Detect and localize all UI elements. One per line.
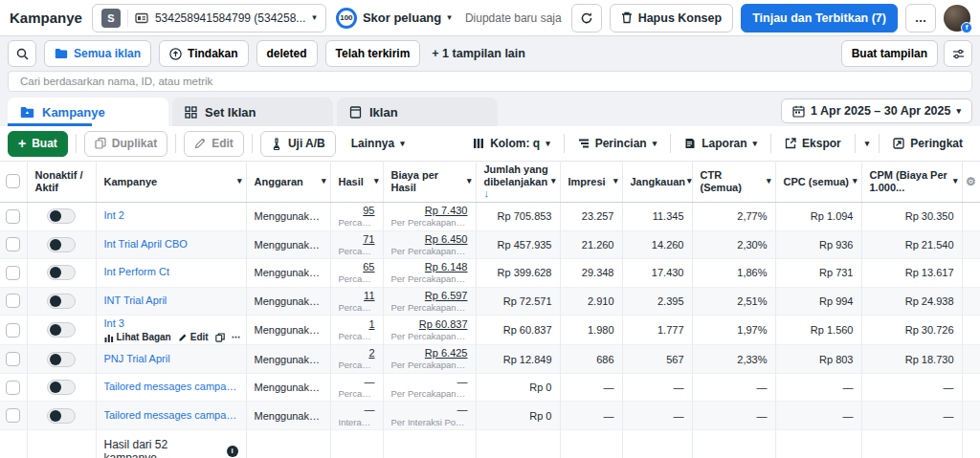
table-row: Int 2Menggunakan an...95Percakapan ...Rp…: [0, 202, 980, 230]
edit-row-button[interactable]: Edit: [178, 332, 209, 342]
cost-per-result-value[interactable]: Rp 60.837: [391, 318, 468, 331]
caret-down-icon[interactable]: ▾: [767, 177, 771, 185]
budget-value: Menggunakan an...: [255, 267, 323, 278]
review-publish-button[interactable]: Tinjau dan Terbitkan (7): [741, 4, 898, 33]
campaign-link[interactable]: Int Trial April CBO: [104, 238, 188, 250]
discard-draft-button[interactable]: Hapus Konsep: [610, 4, 734, 33]
row-checkbox[interactable]: [6, 323, 20, 338]
cost-per-result-value[interactable]: Rp 6.148: [391, 261, 468, 273]
result-value[interactable]: 65: [339, 261, 375, 273]
caret-down-icon[interactable]: ▾: [322, 177, 326, 185]
result-value[interactable]: 11: [339, 290, 375, 302]
column-header-budget[interactable]: Anggaran▾: [246, 162, 330, 203]
filter-all-ads[interactable]: Semua iklan: [44, 40, 151, 67]
row-checkbox[interactable]: [6, 209, 20, 224]
duplicate-button[interactable]: Duplikat: [84, 131, 167, 157]
campaign-link[interactable]: Tailored messages campaign 04/0...: [104, 409, 238, 421]
row-checkbox[interactable]: [6, 352, 20, 366]
filter-chip-telah-terkirim[interactable]: Telah terkirim: [325, 40, 421, 67]
breakdown-button[interactable]: Perincian ▾: [568, 131, 667, 157]
columns-button[interactable]: Kolom: q ▾: [463, 131, 560, 157]
row-checkbox[interactable]: [6, 237, 20, 251]
result-value[interactable]: 71: [339, 233, 375, 246]
caret-down-icon[interactable]: ▾: [687, 177, 692, 185]
profile-avatar[interactable]: f: [944, 5, 970, 32]
campaign-link[interactable]: Int 2: [104, 209, 124, 221]
caret-down-icon[interactable]: ▾: [613, 177, 618, 185]
gear-icon[interactable]: ⚙: [966, 175, 976, 188]
campaign-toggle[interactable]: [47, 208, 76, 224]
row-checkbox[interactable]: [6, 408, 20, 423]
create-button[interactable]: + Buat: [8, 131, 68, 157]
edit-button[interactable]: Edit: [184, 131, 244, 157]
row-checkbox[interactable]: [6, 294, 20, 308]
date-range-button[interactable]: 1 Apr 2025 – 30 Apr 2025 ▾: [781, 98, 972, 123]
column-header-cost[interactable]: Biaya per Hasil▾: [383, 162, 476, 203]
tab-set-iklan[interactable]: Set Iklan: [172, 98, 333, 126]
export-options-button[interactable]: ▾: [859, 131, 876, 157]
more-options-button[interactable]: …: [905, 4, 936, 33]
cost-per-result-type: Per Percakapan Pesa...: [391, 302, 468, 313]
campaign-link[interactable]: Int Perform Ct: [104, 266, 169, 277]
select-all-checkbox[interactable]: [6, 174, 20, 188]
caret-down-icon[interactable]: ▾: [374, 177, 379, 185]
cost-per-result-value[interactable]: Rp 6.597: [391, 290, 468, 302]
campaign-link[interactable]: Tailored messages campaign 08/0...: [104, 381, 238, 392]
column-header-impressions[interactable]: Impresi▾: [560, 162, 622, 203]
campaign-link[interactable]: INT Trial April: [104, 294, 167, 306]
column-header-name[interactable]: Kampanye▾: [96, 162, 246, 203]
campaign-toggle[interactable]: [47, 294, 76, 309]
divider: [855, 134, 856, 153]
rank-button[interactable]: Peringkat: [883, 131, 972, 157]
column-header-result[interactable]: Hasil▾: [330, 162, 383, 203]
copy-icon: [95, 138, 106, 149]
cost-per-result-value[interactable]: Rp 7.430: [391, 205, 468, 217]
view-settings-button[interactable]: [944, 40, 972, 67]
column-header-reach[interactable]: Jangkauan▾: [622, 162, 692, 203]
campaign-toggle[interactable]: [47, 322, 76, 338]
campaign-toggle[interactable]: [47, 352, 76, 367]
cost-per-result-value[interactable]: Rp 6.450: [391, 233, 468, 246]
caret-down-icon[interactable]: ▾: [953, 177, 958, 185]
column-header-spent[interactable]: Jumlah yang dibelanjakan ↓▾: [476, 162, 560, 203]
tab-iklan[interactable]: Iklan: [337, 98, 498, 126]
campaign-toggle[interactable]: [47, 265, 76, 280]
column-header-ctr[interactable]: CTR (Semua)▾: [692, 162, 775, 203]
campaign-toggle[interactable]: [47, 237, 76, 252]
search-input[interactable]: [8, 71, 972, 92]
campaign-link[interactable]: Int 3: [104, 317, 124, 329]
result-value[interactable]: 95: [339, 205, 375, 217]
caret-down-icon[interactable]: ▾: [551, 177, 556, 185]
tab-kampanye[interactable]: Kampanye: [8, 98, 168, 126]
row-checkbox[interactable]: [6, 381, 20, 395]
campaign-toggle[interactable]: [47, 380, 76, 395]
campaign-toggle[interactable]: [47, 408, 76, 424]
refresh-button[interactable]: [571, 4, 602, 33]
row-checkbox[interactable]: [6, 266, 20, 280]
result-value[interactable]: 1: [339, 318, 375, 331]
cost-per-result-value[interactable]: Rp 6.425: [391, 347, 468, 360]
more-actions-button[interactable]: Lainnya ▾: [342, 131, 414, 157]
view-chart-button[interactable]: Lihat Bagan: [104, 332, 171, 342]
caret-down-icon[interactable]: ▾: [853, 177, 858, 185]
export-button[interactable]: Ekspor: [775, 131, 851, 157]
caret-down-icon[interactable]: ▾: [467, 177, 472, 185]
filter-tindakan[interactable]: Tindakan: [159, 40, 248, 67]
ab-test-button[interactable]: Uji A/B: [260, 131, 336, 157]
reach-value: —: [622, 402, 692, 430]
reports-button[interactable]: Laporan ▾: [675, 131, 767, 157]
create-view-button[interactable]: Buat tampilan: [841, 40, 938, 67]
column-header-cpc[interactable]: CPC (semua)▾: [775, 162, 861, 203]
search-button[interactable]: [8, 40, 36, 67]
opportunity-score[interactable]: 100 Skor peluang ▾: [336, 8, 452, 29]
row-more-button[interactable]: ⋯: [232, 332, 241, 342]
account-selector[interactable]: S 534258941584799 (534258... ▾: [92, 4, 326, 33]
column-header-cpm[interactable]: CPM (Biaya Per 1.000...▾: [861, 162, 962, 203]
caret-down-icon[interactable]: ▾: [237, 177, 242, 185]
filter-chip-deleted[interactable]: deleted: [256, 40, 318, 67]
campaign-link[interactable]: PNJ Trial April: [104, 353, 170, 364]
result-value[interactable]: 2: [339, 347, 375, 360]
duplicate-row-button[interactable]: [215, 333, 225, 342]
more-views-link[interactable]: + 1 tampilan lain: [432, 47, 525, 60]
info-icon[interactable]: i: [227, 446, 238, 457]
